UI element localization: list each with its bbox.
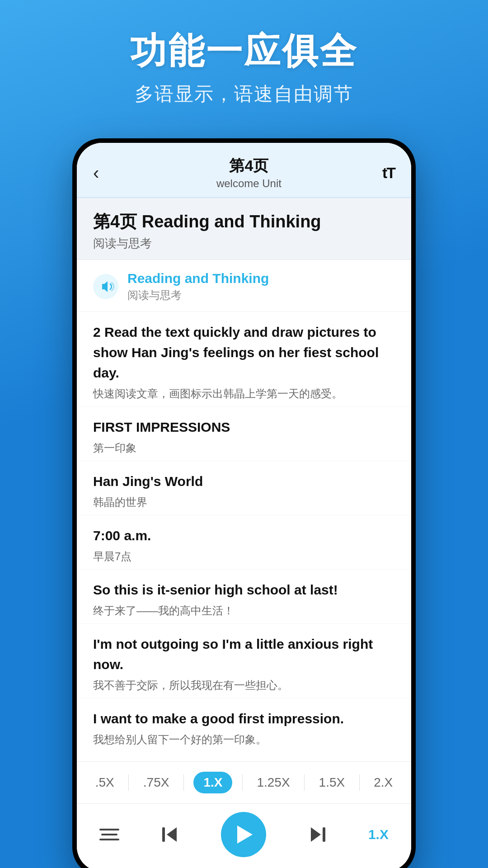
eq-line-1 xyxy=(99,829,119,830)
text-en-6: I want to make a good first impression. xyxy=(93,708,395,729)
speed-divider-4 xyxy=(304,774,305,791)
font-size-button[interactable]: tT xyxy=(382,164,395,182)
text-zh-6: 我想给别人留下一个好的第一印象。 xyxy=(93,731,395,748)
section-title-zh: 阅读与思考 xyxy=(93,236,395,251)
phone-mockup: ‹ 第4页 welcome Unit tT 第4页 Reading and Th… xyxy=(72,138,416,868)
speed-divider-2 xyxy=(183,774,184,791)
text-zh-5: 我不善于交际，所以我现在有一些担心。 xyxy=(93,677,395,693)
speed-0.75x-button[interactable]: .75X xyxy=(139,772,174,793)
controls-bar: 1.X xyxy=(77,803,411,868)
unit-subtitle: welcome Unit xyxy=(116,177,382,190)
text-block-2: Han Jing's World 韩晶的世界 xyxy=(77,461,411,515)
text-block-6: I want to make a good first impression. … xyxy=(77,698,411,752)
header-subtitle: 多语显示，语速自由调节 xyxy=(18,81,470,107)
eq-line-3 xyxy=(99,839,119,840)
text-zh-1: 第一印象 xyxy=(93,440,395,456)
text-block-0: 2 Read the text quickly and draw picture… xyxy=(77,312,411,407)
eq-line-2 xyxy=(101,834,117,835)
speed-divider-1 xyxy=(128,774,129,791)
play-button[interactable] xyxy=(221,812,266,857)
text-en-3: 7:00 a.m. xyxy=(93,525,395,546)
top-bar-center: 第4页 welcome Unit xyxy=(116,156,382,190)
skip-prev-button[interactable] xyxy=(159,823,182,846)
text-block-5: I'm not outgoing so I'm a little anxious… xyxy=(77,624,411,698)
section-title-block: 第4页 Reading and Thinking 阅读与思考 xyxy=(77,198,411,260)
page-number-title: 第4页 xyxy=(116,156,382,176)
phone-screen: ‹ 第4页 welcome Unit tT 第4页 Reading and Th… xyxy=(77,143,411,868)
text-zh-2: 韩晶的世界 xyxy=(93,494,395,510)
speed-1.5x-button[interactable]: 1.5X xyxy=(314,772,350,793)
top-bar: ‹ 第4页 welcome Unit tT xyxy=(77,143,411,198)
svg-rect-2 xyxy=(323,827,325,842)
speed-1.25x-button[interactable]: 1.25X xyxy=(252,772,294,793)
audio-text-block: Reading and Thinking 阅读与思考 xyxy=(127,271,269,302)
text-block-3: 7:00 a.m. 早晨7点 xyxy=(77,515,411,570)
audio-title-en: Reading and Thinking xyxy=(127,271,269,286)
page-header: 功能一应俱全 多语显示，语速自由调节 xyxy=(0,0,488,116)
section-title-en: 第4页 Reading and Thinking xyxy=(93,211,395,233)
text-block-1: FIRST IMPRESSIONS 第一印象 xyxy=(77,407,411,461)
svg-rect-1 xyxy=(162,827,165,842)
equalizer-button[interactable] xyxy=(99,829,119,840)
text-zh-3: 早晨7点 xyxy=(93,548,395,565)
audio-title-zh: 阅读与思考 xyxy=(127,288,269,302)
header-title: 功能一应俱全 xyxy=(18,27,470,76)
text-block-4: So this is it-senior high school at last… xyxy=(77,570,411,624)
skip-next-icon xyxy=(305,823,329,846)
text-zh-4: 终于来了——我的高中生活！ xyxy=(93,603,395,619)
text-en-2: Han Jing's World xyxy=(93,471,395,491)
text-en-1: FIRST IMPRESSIONS xyxy=(93,417,395,437)
text-zh-0: 快速阅读文章，画图标示出韩晶上学第一天的感受。 xyxy=(93,386,395,402)
text-en-4: So this is it-senior high school at last… xyxy=(93,580,395,600)
speaker-icon xyxy=(93,274,118,299)
text-en-5: I'm not outgoing so I'm a little anxious… xyxy=(93,634,395,675)
back-button[interactable]: ‹ xyxy=(93,163,116,183)
current-speed-label[interactable]: 1.X xyxy=(368,827,389,842)
text-en-0: 2 Read the text quickly and draw picture… xyxy=(93,322,395,383)
speed-2x-button[interactable]: 2.X xyxy=(369,772,397,793)
speed-divider-5 xyxy=(359,774,360,791)
speed-0.5x-button[interactable]: .5X xyxy=(91,772,119,793)
speed-1x-button[interactable]: 1.X xyxy=(193,772,232,793)
content-area: 第4页 Reading and Thinking 阅读与思考 Reading a… xyxy=(77,198,411,761)
audio-section[interactable]: Reading and Thinking 阅读与思考 xyxy=(77,260,411,312)
skip-next-button[interactable] xyxy=(305,823,329,846)
play-triangle-icon xyxy=(237,826,253,844)
speed-divider-3 xyxy=(242,774,243,791)
skip-prev-icon xyxy=(159,823,182,846)
speed-bar: .5X .75X 1.X 1.25X 1.5X 2.X xyxy=(77,761,411,803)
